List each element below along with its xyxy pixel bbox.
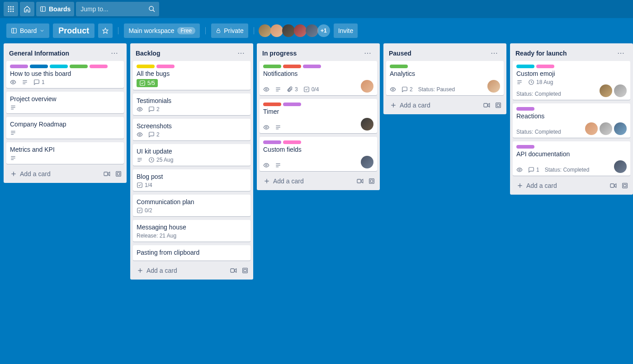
card[interactable]: Pasting from clipboard [133, 245, 250, 261]
member-avatar[interactable] [600, 84, 612, 97]
card-label[interactable] [10, 65, 28, 68]
card[interactable]: Custom emoji 18 AugStatus: Completed [513, 61, 630, 100]
card[interactable]: UI kit update 25 Aug [133, 144, 250, 166]
list-menu-button[interactable]: ⋯ [108, 48, 121, 58]
add-card-button[interactable]: Add a card [8, 168, 103, 179]
member-avatar[interactable] [306, 24, 318, 37]
member-avatar[interactable] [487, 80, 500, 93]
video-icon[interactable] [483, 102, 490, 109]
card-label[interactable] [263, 140, 281, 144]
list-menu-button[interactable]: ⋯ [235, 48, 248, 58]
watch-badge [263, 124, 269, 131]
video-icon[interactable] [609, 182, 617, 189]
card-label[interactable] [263, 103, 281, 106]
list-title[interactable]: Paused [389, 50, 411, 57]
workspace-button[interactable]: Main workspace Free [124, 23, 200, 38]
card-label[interactable] [516, 107, 534, 111]
member-overflow[interactable]: +1 [317, 24, 330, 37]
home-button[interactable] [20, 2, 34, 16]
card[interactable]: Company Roadmap [6, 117, 124, 139]
invite-button[interactable]: Invite [334, 23, 358, 38]
card[interactable]: Screenshots 2 [133, 119, 250, 140]
card[interactable]: Messaging house Release: 21 Aug [133, 220, 250, 242]
member-avatar[interactable] [614, 160, 627, 173]
card-label[interactable] [283, 65, 301, 68]
card-label[interactable] [516, 65, 534, 68]
search-input[interactable] [80, 5, 139, 13]
add-card-button[interactable]: Add a card [135, 265, 230, 276]
card[interactable]: Project overview [6, 92, 124, 113]
apps-button[interactable] [4, 2, 18, 16]
visibility-button[interactable]: Private [211, 23, 248, 38]
card-label[interactable] [70, 65, 88, 68]
list-menu-button[interactable]: ⋯ [488, 48, 501, 58]
list-title[interactable]: General Information [9, 50, 69, 57]
card-label[interactable] [283, 103, 301, 106]
list-menu-button[interactable]: ⋯ [361, 48, 374, 58]
watch-badge [263, 86, 269, 93]
video-icon[interactable] [230, 267, 237, 274]
card-template-button[interactable] [241, 267, 249, 274]
board-members[interactable]: +1 [260, 24, 330, 37]
card[interactable]: Analytics 2Status: Paused [386, 61, 504, 95]
card[interactable]: How to use this board 1 [6, 61, 124, 88]
card-label[interactable] [390, 65, 408, 68]
star-button[interactable] [98, 23, 113, 38]
member-avatar[interactable] [614, 84, 627, 97]
card[interactable]: Communication plan 0/2 [133, 195, 250, 216]
card-title: Notifications [263, 70, 373, 77]
member-avatar[interactable] [270, 24, 283, 37]
card-label[interactable] [90, 65, 108, 68]
card-label[interactable] [50, 65, 68, 68]
member-avatar[interactable] [361, 80, 373, 93]
card-label[interactable] [536, 65, 554, 68]
list-cards: All the bugs 5/5 Testimonials 2 Screensh… [133, 61, 250, 262]
member-avatar[interactable] [259, 24, 271, 37]
card-label[interactable] [30, 65, 48, 68]
card[interactable]: Blog post 1/4 [133, 169, 250, 191]
video-icon[interactable] [103, 170, 110, 177]
card-template-button[interactable] [495, 102, 502, 109]
list-title[interactable]: In progress [262, 50, 297, 57]
member-avatar[interactable] [361, 118, 373, 131]
search-box[interactable] [76, 2, 159, 16]
card[interactable]: All the bugs 5/5 [133, 61, 250, 90]
card-label[interactable] [516, 145, 534, 149]
card-template-button[interactable] [621, 182, 628, 189]
add-card-button[interactable]: Add a card [515, 180, 609, 191]
card[interactable]: Metrics and KPI [6, 142, 124, 164]
member-avatar[interactable] [585, 122, 598, 135]
card[interactable]: Testimonials 2 [133, 93, 250, 115]
card[interactable]: Notifications 30/4 [260, 61, 377, 95]
member-avatar[interactable] [294, 24, 307, 37]
member-avatar[interactable] [614, 122, 627, 135]
add-card-button[interactable]: Add a card [388, 100, 483, 111]
member-avatar[interactable] [600, 122, 612, 135]
list-title[interactable]: Backlog [136, 50, 160, 57]
card[interactable]: Timer [260, 99, 377, 133]
card-template-button[interactable] [115, 170, 122, 177]
card-label[interactable] [303, 65, 321, 68]
card-badges: 2 [137, 106, 247, 112]
boards-button[interactable]: Boards [36, 2, 74, 16]
member-avatar[interactable] [282, 24, 295, 37]
board-title[interactable]: Product [53, 23, 94, 38]
list-title[interactable]: Ready for launch [515, 50, 567, 57]
member-avatar[interactable] [361, 156, 373, 168]
card-label[interactable] [156, 65, 175, 68]
card-label[interactable] [263, 65, 281, 68]
card-template-button[interactable] [368, 177, 375, 185]
card[interactable]: API documentation 1Status: Completed [513, 141, 630, 176]
card-badges: 1Status: Completed [516, 167, 589, 173]
card[interactable]: Custom fields [260, 137, 377, 171]
board-view-switcher[interactable]: Board [6, 23, 49, 38]
watch-badge [263, 162, 269, 168]
card-label[interactable] [137, 65, 155, 68]
list-menu-button[interactable]: ⋯ [614, 48, 628, 58]
add-card-button[interactable]: Add a card [261, 176, 356, 187]
list-cards: Custom emoji 18 AugStatus: Completed Rea… [513, 61, 630, 177]
card-members [600, 84, 627, 97]
card[interactable]: Reactions Status: Completed [513, 103, 630, 138]
card-label[interactable] [283, 140, 301, 144]
video-icon[interactable] [356, 177, 364, 185]
